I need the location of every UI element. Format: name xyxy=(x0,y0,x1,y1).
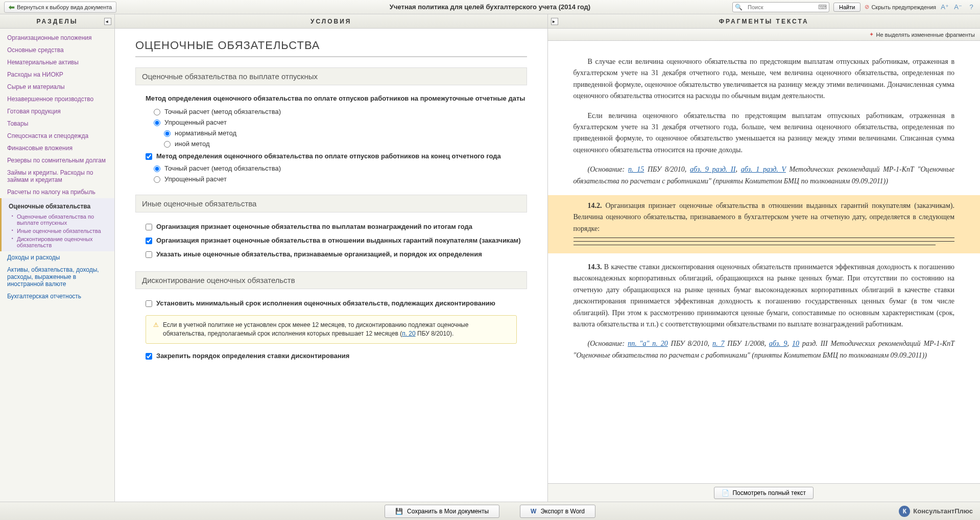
reference-link[interactable]: пп. "а" п. 20 xyxy=(628,340,668,347)
checkbox-row[interactable]: Установить минимальный срок исполнения о… xyxy=(135,296,527,310)
fragments-expand-button[interactable]: ▸ xyxy=(551,18,558,25)
sidebar-item[interactable]: Основные средства xyxy=(0,44,114,56)
option-label: Точный расчет (метод обязательства) xyxy=(164,164,281,172)
sidebar-subitem[interactable]: Иные оценочные обязательства xyxy=(2,227,114,235)
checkbox-label: Организация признает оценочные обязатель… xyxy=(156,237,521,244)
checkbox-label: Установить минимальный срок исполнения о… xyxy=(156,299,495,307)
sidebar-item[interactable]: Товары xyxy=(0,117,114,130)
section-header: Оценочные обязательства по выплате отпус… xyxy=(135,67,527,85)
logo-icon: К xyxy=(899,506,910,517)
radio-input[interactable] xyxy=(154,176,160,183)
checkbox-row[interactable]: Организация признает оценочные обязатель… xyxy=(135,233,527,247)
bottom-bar: 💾 Сохранить в Мои документы W Экспорт в … xyxy=(0,502,980,520)
top-toolbar: ⬅ Вернуться к выбору вида документа Учет… xyxy=(0,0,980,14)
radio-option[interactable]: Точный расчет (метод обязательства) xyxy=(135,106,527,117)
checkbox-input[interactable] xyxy=(146,153,152,160)
radio-input[interactable] xyxy=(154,109,160,115)
sidebar-collapse-button[interactable]: ◂ xyxy=(104,18,111,25)
radio-input[interactable] xyxy=(164,141,171,148)
conditions-header-label: УСЛОВИЯ xyxy=(310,18,352,25)
sidebar-item[interactable]: Доходы и расходы xyxy=(0,251,114,264)
checkbox-row[interactable]: Организация признает оценочные обязатель… xyxy=(135,220,527,233)
checkbox-input[interactable] xyxy=(146,238,152,244)
highlight-toggle[interactable]: ✦ Не выделять измененные фрагменты xyxy=(869,31,975,38)
checkbox-input[interactable] xyxy=(146,224,152,230)
sidebar-item-active[interactable]: Оценочные обязательства xyxy=(2,200,114,212)
brand-logo: К КонсультантПлюс xyxy=(899,506,973,517)
text-paragraph: Если величина оценочного обязательства п… xyxy=(573,110,955,156)
sidebar-item[interactable]: Расчеты по налогу на прибыль xyxy=(0,186,114,198)
fill-line xyxy=(573,238,955,238)
back-button[interactable]: ⬅ Вернуться к выбору вида документа xyxy=(4,2,116,13)
radio-option[interactable]: Упрощенный расчет xyxy=(135,117,527,128)
sidebar-item[interactable]: Займы и кредиты. Расходы по займам и кре… xyxy=(0,167,114,186)
warning-text: Если в учетной политике не установлен ср… xyxy=(163,321,509,338)
reference-link[interactable]: п. 20 xyxy=(402,330,416,337)
question-label: Метод определения оценочного обязательст… xyxy=(135,92,527,106)
fragments-panel: ▸ ФРАГМЕНТЫ ТЕКСТА ✦ Не выделять изменен… xyxy=(548,14,981,502)
conditions-panel: УСЛОВИЯ ОЦЕНОЧНЫЕ ОБЯЗАТЕЛЬСТВА Оценочны… xyxy=(115,14,548,502)
option-label: нормативный метод xyxy=(175,129,236,137)
sidebar-item[interactable]: Бухгалтерская отчетность xyxy=(0,290,114,302)
reference-link[interactable]: абз. 1 разд. V xyxy=(741,166,786,173)
export-word-button[interactable]: W Экспорт в Word xyxy=(520,505,595,518)
save-label: Сохранить в Мои документы xyxy=(407,508,489,515)
sidebar-item[interactable]: Сырье и материалы xyxy=(0,81,114,93)
fragments-header-label: ФРАГМЕНТЫ ТЕКСТА xyxy=(719,18,809,25)
checkbox-input[interactable] xyxy=(146,353,152,360)
save-button[interactable]: 💾 Сохранить в Мои документы xyxy=(385,505,499,518)
highlight-toggle-label: Не выделять измененные фрагменты xyxy=(876,32,975,38)
reference-link[interactable]: абз. 9 разд. II xyxy=(690,166,735,173)
fill-line xyxy=(573,245,936,245)
reference-link[interactable]: п. 15 xyxy=(628,166,644,173)
radio-option[interactable]: Упрощенный расчет xyxy=(135,174,527,184)
question-label: Метод определения оценочного обязательст… xyxy=(156,152,501,160)
reference-link[interactable]: п. 7 xyxy=(712,340,724,347)
search-input[interactable] xyxy=(745,4,816,10)
radio-option[interactable]: иной метод xyxy=(135,138,527,149)
conditions-body: ОЦЕНОЧНЫЕ ОБЯЗАТЕЛЬСТВА Оценочные обязат… xyxy=(115,29,547,502)
radio-input[interactable] xyxy=(154,120,160,126)
sidebar-item[interactable]: Незавершенное производство xyxy=(0,93,114,105)
reference-link[interactable]: абз. 9 xyxy=(769,340,787,347)
radio-input[interactable] xyxy=(154,166,160,172)
sidebar-item[interactable]: Нематериальные активы xyxy=(0,56,114,68)
sidebar-item[interactable]: Расходы на НИОКР xyxy=(0,68,114,81)
checkbox-label: Организация признает оценочные обязатель… xyxy=(156,223,472,230)
font-increase-icon[interactable]: A⁺ xyxy=(940,3,949,12)
conditions-title: ОЦЕНОЧНЫЕ ОБЯЗАТЕЛЬСТВА xyxy=(135,39,527,57)
sidebar-header-label: РАЗДЕЛЫ xyxy=(37,18,78,25)
fragments-body: В случае если величина оценочного обязат… xyxy=(548,41,981,483)
text-paragraph: В случае если величина оценочного обязат… xyxy=(573,56,955,102)
checkbox-row[interactable]: Закрепить порядок определения ставки дис… xyxy=(135,349,527,363)
arrow-left-icon: ⬅ xyxy=(9,3,15,11)
sidebar-item[interactable]: Активы, обязательства, доходы, расходы, … xyxy=(0,264,114,290)
sidebar-subitem[interactable]: Оценочные обязательства по выплате отпус… xyxy=(2,212,114,227)
find-button[interactable]: Найти xyxy=(833,3,861,12)
sidebar-item[interactable]: Резервы по сомнительным долгам xyxy=(0,154,114,167)
radio-input[interactable] xyxy=(164,130,171,137)
sidebar-item[interactable]: Готовая продукция xyxy=(0,105,114,117)
conditions-header: УСЛОВИЯ xyxy=(115,14,547,29)
sidebar-item[interactable]: Финансовые вложения xyxy=(0,142,114,154)
sidebar-item[interactable]: Организационные положения xyxy=(0,32,114,44)
highlighted-fragment: 14.2. Организация признает оценочные обя… xyxy=(548,195,981,253)
sidebar-item[interactable]: Спецоснастка и спецодежда xyxy=(0,130,114,142)
checkbox-input[interactable] xyxy=(146,251,152,258)
view-full-text-button[interactable]: 📄 Посмотреть полный текст xyxy=(714,487,814,499)
radio-option[interactable]: Точный расчет (метод обязательства) xyxy=(135,163,527,174)
radio-option[interactable]: нормативный метод xyxy=(135,128,527,138)
warning-off-icon: ⊘ xyxy=(865,4,869,10)
highlight-off-icon: ✦ xyxy=(869,31,874,38)
keyboard-icon[interactable]: ⌨ xyxy=(816,4,829,11)
reference-paragraph: (Основание: п. 15 ПБУ 8/2010, абз. 9 раз… xyxy=(573,164,955,187)
reference-link[interactable]: 10 xyxy=(792,340,799,347)
help-icon[interactable]: ? xyxy=(967,3,976,12)
hide-warnings-button[interactable]: ⊘ Скрыть предупреждения xyxy=(865,4,936,10)
sidebar-subitem[interactable]: Дисконтирование оценочных обязательств xyxy=(2,235,114,249)
checkbox-row[interactable]: Указать иные оценочные обязательства, пр… xyxy=(135,247,527,261)
font-decrease-icon[interactable]: A⁻ xyxy=(953,3,963,12)
export-label: Экспорт в Word xyxy=(540,508,585,515)
checkbox-input[interactable] xyxy=(146,300,152,307)
hide-warnings-label: Скрыть предупреждения xyxy=(871,4,936,10)
